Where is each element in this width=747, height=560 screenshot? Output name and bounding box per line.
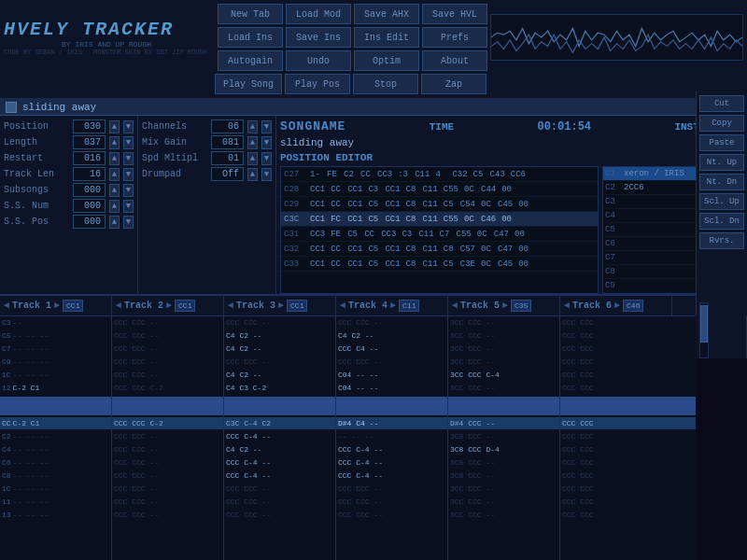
track-cell[interactable]: 3C8 CCC -- bbox=[448, 456, 559, 469]
track6-header[interactable]: ◄ Track 6 ► C46 bbox=[560, 296, 672, 315]
sspos-up[interactable]: ▲ bbox=[109, 216, 120, 229]
rvrs-button[interactable]: Rvrs. bbox=[699, 232, 744, 249]
channels-down[interactable]: ▼ bbox=[261, 120, 272, 133]
track-cell[interactable]: D#4 CCC -- bbox=[448, 417, 559, 430]
spdmltipl-down[interactable]: ▼ bbox=[261, 152, 272, 165]
track-cell[interactable]: C4 C2 -- bbox=[224, 369, 335, 382]
track3-header[interactable]: ◄ Track 3 ► CC1 bbox=[224, 296, 336, 315]
track-cell[interactable]: C3C C-4 C2 bbox=[224, 417, 335, 430]
track-cell[interactable]: C6-- -- -- bbox=[0, 456, 111, 469]
track-cell[interactable]: CCC CCC bbox=[560, 496, 696, 509]
optim-button[interactable]: Optim bbox=[354, 50, 419, 71]
track-cell[interactable]: CCC CCC -- bbox=[112, 456, 223, 469]
track2-header[interactable]: ◄ Track 2 ► CC1 bbox=[112, 296, 224, 315]
track-cell[interactable]: CCC CCC -- bbox=[224, 356, 335, 369]
ssnum-up[interactable]: ▲ bbox=[109, 200, 120, 213]
load-mod-button[interactable]: Load Mod bbox=[286, 4, 351, 24]
nt-dn-button[interactable]: Nt. Dn bbox=[699, 174, 744, 190]
track-cell[interactable]: CCC CCC bbox=[560, 369, 696, 382]
load-ins-button[interactable]: Load Ins bbox=[218, 27, 283, 48]
track-cell[interactable]: CCC-2 C1 bbox=[0, 417, 111, 430]
zap-button[interactable]: Zap bbox=[421, 74, 486, 94]
track5-next[interactable]: ► bbox=[502, 301, 508, 311]
track5-header[interactable]: ◄ Track 5 ► C35 bbox=[448, 296, 560, 315]
play-song-button[interactable]: Play Song bbox=[215, 74, 282, 94]
track-cell[interactable]: 3CC CCC -- bbox=[448, 316, 559, 329]
drumpad-up[interactable]: ▲ bbox=[247, 168, 258, 181]
new-tab-button[interactable]: New Tab bbox=[218, 4, 283, 24]
track-cell[interactable]: CCC C-4 -- bbox=[336, 456, 447, 469]
track6-next[interactable]: ► bbox=[614, 301, 620, 311]
track-cell[interactable]: 1C-- -- -- bbox=[0, 483, 111, 496]
track4-header[interactable]: ◄ Track 4 ► C11 bbox=[336, 296, 448, 315]
track-cell[interactable]: CCC CCC -- bbox=[112, 329, 223, 343]
track-cell[interactable]: C4 C2 -- bbox=[336, 329, 447, 343]
track-cell[interactable]: 3CC CCC -- bbox=[448, 382, 559, 395]
track-cell[interactable]: CCC CCC -- bbox=[336, 509, 447, 522]
track-cell[interactable]: 3CC CCC -- bbox=[448, 496, 559, 509]
track-cell[interactable]: 3CC CCC -- bbox=[448, 509, 559, 522]
track-cell[interactable]: CCC CCC -- bbox=[224, 316, 335, 329]
track3-next[interactable]: ► bbox=[278, 301, 284, 311]
track-cell[interactable]: C4 C3 C-2 bbox=[224, 382, 335, 395]
track-cell[interactable]: 3CC CCC C-4 bbox=[448, 369, 559, 382]
track-cell[interactable]: CCC CCC -- bbox=[224, 509, 335, 522]
save-ahx-button[interactable]: Save AHX bbox=[354, 4, 419, 24]
stop-button[interactable]: Stop bbox=[353, 74, 418, 94]
scl-up-button[interactable]: Scl. Up bbox=[699, 193, 744, 210]
track-cell[interactable]: CCC C-4 -- bbox=[224, 469, 335, 483]
track-cell[interactable]: 3CC CCC -- bbox=[448, 329, 559, 343]
about-button[interactable]: About bbox=[422, 50, 487, 71]
spdmltipl-up[interactable]: ▲ bbox=[247, 152, 258, 165]
undo-button[interactable]: Undo bbox=[286, 50, 351, 71]
track-cell[interactable]: C5-- -- -- bbox=[0, 329, 111, 343]
track-cell[interactable]: C2-- -- -- bbox=[0, 430, 111, 443]
track-cell[interactable]: CCC CCC bbox=[560, 443, 696, 456]
track5-prev[interactable]: ◄ bbox=[452, 301, 458, 311]
track-cell[interactable]: -- -- -- bbox=[336, 430, 447, 443]
track-cell[interactable]: CCC CCC -- bbox=[336, 483, 447, 496]
track-cell[interactable]: CCC CCC bbox=[560, 456, 696, 469]
track-cell[interactable]: C8-- -- -- bbox=[0, 469, 111, 483]
track-cell[interactable]: C4 C2 -- bbox=[224, 329, 335, 343]
length-up[interactable]: ▲ bbox=[109, 136, 120, 149]
scl-dn-button[interactable]: Scl. Dn bbox=[699, 213, 744, 230]
position-down[interactable]: ▼ bbox=[123, 120, 134, 133]
track-cell[interactable]: CCC CCC bbox=[560, 316, 696, 329]
track-cell[interactable]: CCC CCC C-2 bbox=[112, 417, 223, 430]
track1-next[interactable]: ► bbox=[54, 301, 60, 311]
track-cell[interactable]: 3CC CCC -- bbox=[448, 483, 559, 496]
track-cell[interactable]: CCC CCC -- bbox=[336, 496, 447, 509]
copy-button[interactable]: Copy bbox=[699, 115, 744, 132]
track-cell[interactable]: CCC CCC -- bbox=[112, 469, 223, 483]
save-hvl-button[interactable]: Save HVL bbox=[422, 4, 487, 24]
track-cell[interactable]: CCC CCC -- bbox=[224, 496, 335, 509]
cut-button[interactable]: Cut bbox=[699, 95, 744, 112]
channels-up[interactable]: ▲ bbox=[247, 120, 258, 133]
track-cell[interactable]: D#4 C4 -- bbox=[336, 417, 447, 430]
track-cell[interactable]: CCC CCC bbox=[560, 329, 696, 343]
mixgain-down[interactable]: ▼ bbox=[261, 136, 272, 149]
scroll-thumb[interactable] bbox=[700, 305, 708, 343]
track2-next[interactable]: ► bbox=[166, 301, 172, 311]
track1-header[interactable]: ◄ Track 1 ► CC1 bbox=[0, 296, 112, 315]
track-cell[interactable]: CCC CCC bbox=[560, 343, 696, 356]
track-cell[interactable]: C04 -- -- bbox=[336, 382, 447, 395]
sspos-down[interactable]: ▼ bbox=[123, 216, 134, 229]
restart-up[interactable]: ▲ bbox=[109, 152, 120, 165]
track-cell[interactable]: 3CC CCC -- bbox=[448, 356, 559, 369]
track-cell[interactable]: CCC CCC -- bbox=[112, 443, 223, 456]
track-cell[interactable]: CCC C-4 -- bbox=[224, 430, 335, 443]
track-cell[interactable]: 3C8 CCC -- bbox=[448, 469, 559, 483]
track6-prev[interactable]: ◄ bbox=[564, 301, 570, 311]
drumpad-down[interactable]: ▼ bbox=[261, 168, 272, 181]
track-cell[interactable]: CCC CCC bbox=[560, 483, 696, 496]
track-cell[interactable]: C7-- -- -- bbox=[0, 343, 111, 356]
track-cell[interactable]: CCC C4 -- bbox=[336, 343, 447, 356]
track-cell[interactable]: CCC CCC -- bbox=[112, 483, 223, 496]
track-cell[interactable]: CCC C-4 -- bbox=[336, 443, 447, 456]
track-cell[interactable]: CCC CCC -- bbox=[112, 430, 223, 443]
track-cell[interactable]: CCC CCC bbox=[560, 509, 696, 522]
track-cell[interactable]: 1C-- -- -- bbox=[0, 369, 111, 382]
track3-prev[interactable]: ◄ bbox=[228, 301, 233, 311]
